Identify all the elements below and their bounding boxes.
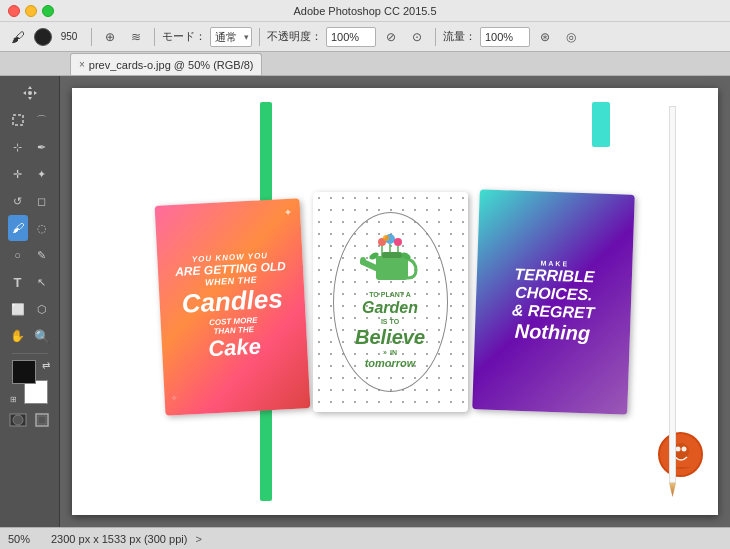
pencil-body (669, 106, 676, 483)
brush-extra-icon[interactable]: ≋ (125, 26, 147, 48)
card2-content: to PLANT a Garden is to Believe »in tomo… (313, 192, 468, 412)
tool-separator (12, 353, 48, 354)
separator-2 (154, 28, 155, 46)
tool-hand[interactable]: ✋ (8, 323, 28, 349)
card3-line6: Nothing (514, 319, 590, 345)
card2-tomorrow: tomorrow (365, 358, 416, 369)
mode-label: モード： (162, 29, 206, 44)
main-area: ⌒ ⊹ ✒ ✛ ✦ ↺ ◻ 🖌 ◌ ○ ✎ T ↖ (0, 76, 730, 527)
tool-history-group: ↺ ◻ (8, 188, 52, 214)
mode-dropdown-wrap[interactable]: 通常 (210, 27, 252, 47)
tool-rect-marquee[interactable] (8, 107, 28, 133)
watermark-svg (661, 435, 701, 475)
flow-label: 流量： (443, 29, 476, 44)
switch-colors-icon[interactable]: ⇄ (42, 360, 50, 371)
tool-rectangle[interactable]: ⬜ (8, 296, 28, 322)
svg-rect-0 (13, 115, 23, 125)
tool-crop[interactable]: ⊹ (8, 134, 28, 160)
tool-move[interactable] (8, 80, 52, 106)
opacity-label: 不透明度： (267, 29, 322, 44)
toolbar: ⌒ ⊹ ✒ ✛ ✦ ↺ ◻ 🖌 ◌ ○ ✎ T ↖ (0, 76, 60, 527)
tool-bottom-group (8, 407, 52, 433)
card2-garden: Garden (362, 300, 418, 316)
airbrush-icon[interactable]: ⊙ (406, 26, 428, 48)
card-terrible: Make TERRIBLE CHOICES. & Regret Nothing (472, 189, 635, 414)
tab-bar: × prev_cards-o.jpg @ 50% (RGB/8) (0, 52, 730, 76)
tool-brush[interactable]: 🖌 (8, 215, 28, 241)
tool-heal[interactable]: ✛ (8, 161, 28, 187)
tool-crop-group: ⊹ ✒ (8, 134, 52, 160)
card3-line3: CHOICES. (514, 283, 592, 304)
canvas-content: You Know You ARE GETTING OLD WHEN THE Ca… (72, 88, 718, 515)
opacity-field[interactable]: 100% (326, 27, 376, 47)
canvas-area: You Know You ARE GETTING OLD WHEN THE Ca… (60, 76, 730, 527)
tool-path-select[interactable]: ↖ (32, 269, 52, 295)
tool-eyedrop[interactable]: ✒ (32, 134, 52, 160)
tool-quick-mask[interactable] (8, 407, 28, 433)
tool-nav-group: ✋ 🔍 (8, 323, 52, 349)
tool-blur[interactable]: ◌ (32, 215, 52, 241)
zoom-level: 50% (8, 533, 43, 545)
cards-display: You Know You ARE GETTING OLD WHEN THE Ca… (72, 88, 718, 515)
card3-line2: TERRIBLE (514, 265, 595, 285)
tool-type[interactable]: T (8, 269, 28, 295)
opacity-value: 100% (331, 31, 359, 43)
separator-4 (435, 28, 436, 46)
brush-icon: 🖌 (6, 25, 30, 49)
tool-lasso[interactable]: ⌒ (32, 107, 52, 133)
tool-pen[interactable]: ✎ (32, 242, 52, 268)
card3-line4: & Regret (511, 301, 594, 322)
svg-point-2 (13, 415, 23, 425)
foreground-color-swatch[interactable] (12, 360, 36, 384)
minimize-button[interactable] (25, 5, 37, 17)
mode-dropdown[interactable]: 通常 (210, 27, 252, 47)
tool-type-group: T ↖ (8, 269, 52, 295)
card-garden: to PLANT a Garden is to Believe »in tomo… (313, 192, 468, 412)
pencil-tip (669, 483, 676, 497)
tool-dodge-group: ○ ✎ (8, 242, 52, 268)
svg-point-8 (383, 235, 389, 241)
flow-value: 100% (485, 31, 513, 43)
card1-line4: Candles (180, 283, 283, 319)
canvas-dimensions: 2300 px x 1533 px (300 ppi) (51, 533, 187, 545)
tab-filename: prev_cards-o.jpg @ 50% (RGB/8) (89, 59, 254, 71)
tool-heal-group: ✛ ✦ (8, 161, 52, 187)
svg-rect-13 (382, 252, 402, 258)
svg-rect-4 (38, 416, 46, 424)
pencil (669, 106, 676, 497)
fg-bg-colors[interactable]: ⇄ ⊞ (8, 360, 52, 404)
card1-text: You Know You ARE GETTING OLD WHEN THE Ca… (154, 198, 310, 415)
tool-shape-group: ⬜ ⬡ (8, 296, 52, 322)
tool-shape-3d[interactable]: ⬡ (32, 296, 52, 322)
teal-envelope-flap (592, 102, 610, 147)
status-arrow[interactable]: > (195, 533, 201, 545)
card3-content: Make TERRIBLE CHOICES. & Regret Nothing (472, 189, 635, 414)
tab-close-btn[interactable]: × (79, 59, 85, 70)
flow-field[interactable]: 100% (480, 27, 530, 47)
card2-believe: Believe (355, 327, 425, 347)
traffic-lights[interactable] (8, 5, 54, 17)
tool-history-brush[interactable]: ↺ (8, 188, 28, 214)
maximize-button[interactable] (42, 5, 54, 17)
tool-dodge[interactable]: ○ (8, 242, 28, 268)
opacity-extra-icon[interactable]: ⊘ (380, 26, 402, 48)
brush-size-value[interactable]: 950 (54, 31, 84, 42)
svg-point-15 (360, 257, 366, 265)
card1-sparkle2: ✧ (170, 393, 177, 402)
brush-preview (34, 28, 52, 46)
brush-settings-icon[interactable]: ⊕ (99, 26, 121, 48)
brush-size-control[interactable]: 950 (34, 28, 84, 46)
smoothing-icon[interactable]: ◎ (560, 26, 582, 48)
tool-eraser[interactable]: ◻ (32, 188, 52, 214)
reset-colors-icon[interactable]: ⊞ (10, 395, 17, 404)
tool-zoom[interactable]: 🔍 (32, 323, 52, 349)
tool-screen-mode[interactable] (32, 407, 52, 433)
tool-paint-group: 🖌 ◌ (8, 215, 52, 241)
tool-stamp[interactable]: ✦ (32, 161, 52, 187)
card1-sparkle: ✦ (283, 206, 292, 217)
svg-point-7 (394, 238, 402, 246)
flow-extra-icon[interactable]: ⊛ (534, 26, 556, 48)
close-button[interactable] (8, 5, 20, 17)
separator-3 (259, 28, 260, 46)
document-tab[interactable]: × prev_cards-o.jpg @ 50% (RGB/8) (70, 53, 262, 75)
